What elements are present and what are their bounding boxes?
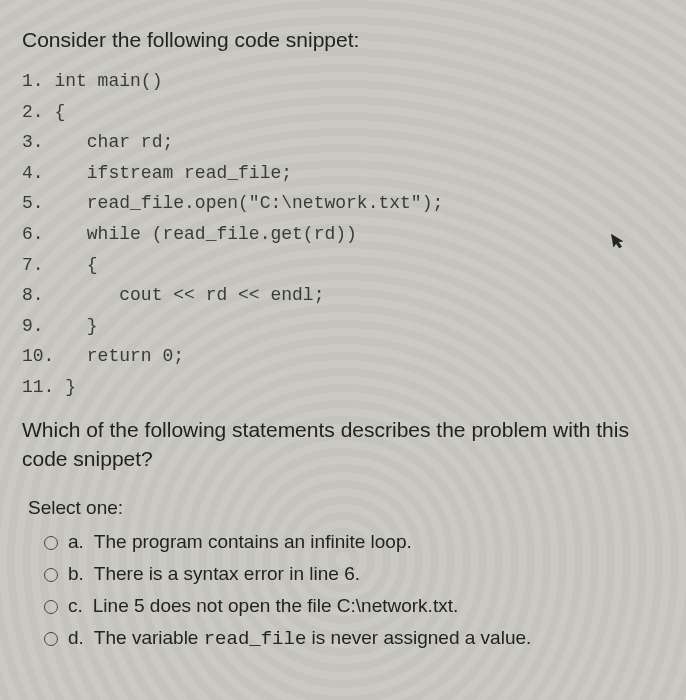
line-number: 11. [22, 372, 54, 403]
line-number: 3. [22, 127, 44, 158]
option-text: The program contains an infinite loop. [94, 531, 412, 553]
line-number: 2. [22, 97, 44, 128]
option-text: Line 5 does not open the file C:\network… [93, 595, 458, 617]
question-title: Consider the following code snippet: [22, 28, 664, 52]
code-text: while (read_file.get(rd)) [44, 224, 357, 244]
radio-icon[interactable] [44, 600, 58, 614]
code-snippet: 1. int main() 2. { 3. char rd; 4. ifstre… [22, 66, 664, 403]
line-number: 5. [22, 188, 44, 219]
option-text: The variable read_file is never assigned… [94, 627, 531, 650]
code-text: { [44, 255, 98, 275]
radio-icon[interactable] [44, 536, 58, 550]
option-text: There is a syntax error in line 6. [94, 563, 360, 585]
option-a[interactable]: a. The program contains an infinite loop… [44, 531, 664, 553]
line-number: 8. [22, 280, 44, 311]
options-group: a. The program contains an infinite loop… [44, 531, 664, 650]
code-text: } [44, 316, 98, 336]
line-number: 10. [22, 341, 54, 372]
option-letter: b. [68, 563, 84, 585]
inline-code: read_file [204, 628, 307, 650]
line-number: 9. [22, 311, 44, 342]
code-text: int main() [44, 71, 163, 91]
select-one-label: Select one: [28, 497, 664, 519]
option-letter: d. [68, 627, 84, 649]
code-text: read_file.open("C:\network.txt"); [44, 193, 444, 213]
line-number: 7. [22, 250, 44, 281]
code-text: return 0; [54, 346, 184, 366]
option-letter: c. [68, 595, 83, 617]
radio-icon[interactable] [44, 568, 58, 582]
question-followup: Which of the following statements descri… [22, 415, 664, 474]
option-b[interactable]: b. There is a syntax error in line 6. [44, 563, 664, 585]
radio-icon[interactable] [44, 632, 58, 646]
option-letter: a. [68, 531, 84, 553]
line-number: 6. [22, 219, 44, 250]
code-text: } [54, 377, 76, 397]
line-number: 1. [22, 66, 44, 97]
code-text: ifstream read_file; [44, 163, 292, 183]
code-text: cout << rd << endl; [44, 285, 325, 305]
code-text: char rd; [44, 132, 174, 152]
option-d[interactable]: d. The variable read_file is never assig… [44, 627, 664, 650]
code-text: { [44, 102, 66, 122]
line-number: 4. [22, 158, 44, 189]
option-c[interactable]: c. Line 5 does not open the file C:\netw… [44, 595, 664, 617]
